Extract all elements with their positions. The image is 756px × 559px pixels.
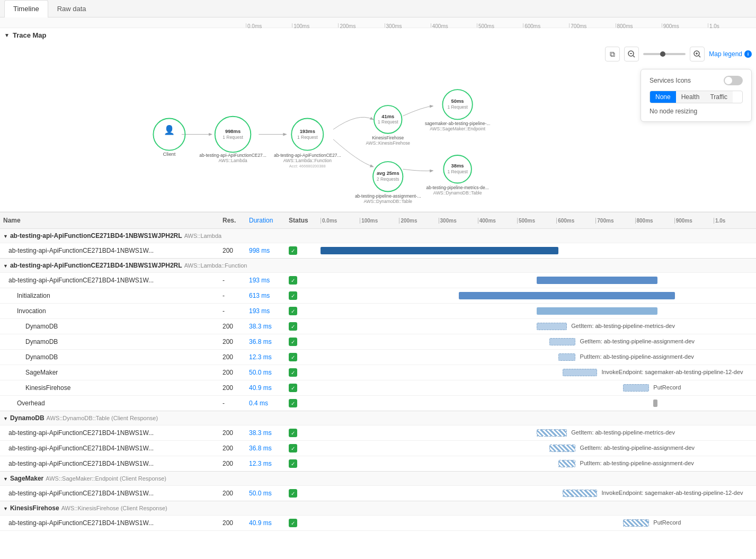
- trace-table: Name Res. Duration Status 0.0ms 100ms 20…: [0, 212, 756, 531]
- svg-text:AWS::SageMaker::Endpoint: AWS::SageMaker::Endpoint: [430, 126, 485, 131]
- col-header-res: Res.: [219, 212, 246, 229]
- no-resize-label: No node resizing: [650, 108, 743, 115]
- tabs-bar: Timeline Raw data: [0, 0, 756, 17]
- copy-icon[interactable]: ⧉: [605, 47, 620, 61]
- tab-rawdata[interactable]: Raw data: [48, 0, 95, 17]
- table-row: ab-testing-api-ApiFunctionCE271BD4-1NBWS…: [0, 243, 756, 259]
- col-header-status: Status: [286, 212, 317, 229]
- timeline-bar-container: [321, 246, 753, 255]
- svg-text:998ms: 998ms: [225, 129, 241, 134]
- section-row-sagemaker[interactable]: ▼SageMakerAWS::SageMaker::Endpoint (Clie…: [0, 472, 756, 486]
- bar-label: PutRecord: [653, 384, 681, 391]
- svg-line-2: [633, 56, 635, 57]
- zoom-slider[interactable]: [643, 53, 686, 55]
- table-row: ab-testing-api-ApiFunctionCE271BD4-1NBWS…: [0, 456, 756, 472]
- timeline-bar: [549, 338, 575, 345]
- timeline-bar: [537, 323, 567, 330]
- services-icons-label: Services Icons: [650, 77, 691, 84]
- map-legend-link[interactable]: Map legend i: [709, 50, 752, 58]
- bar-label: GetItem: ab-testing-pipeline-assignment-…: [580, 338, 695, 344]
- col-header-timeline: 0.0ms 100ms 200ms 300ms 400ms 500ms 600m…: [317, 212, 756, 229]
- svg-text:ab-testing-pipeline-metrics-de: ab-testing-pipeline-metrics-de...: [426, 185, 489, 190]
- timeline-bar: [459, 292, 675, 299]
- table-body: ▼ab-testing-api-ApiFunctionCE271BD4-1NBW…: [0, 229, 756, 531]
- svg-line-6: [699, 56, 700, 57]
- svg-text:41ms: 41ms: [381, 114, 394, 119]
- trace-toolbar: ⧉ Map legend i: [605, 47, 752, 61]
- trace-map-title: Trace Map: [13, 31, 47, 39]
- timeline-bar: [653, 400, 657, 407]
- node-resize-buttons: None Health Traffic: [650, 91, 743, 103]
- info-icon: i: [744, 50, 752, 58]
- table-header-row: Name Res. Duration Status 0.0ms 100ms 20…: [0, 212, 756, 229]
- trace-map-header[interactable]: ▼ Trace Map: [0, 28, 756, 42]
- svg-text:KinesisFirehose: KinesisFirehose: [372, 135, 404, 140]
- bar-label: GetItem: ab-testing-pipeline-metrics-dev: [571, 323, 675, 329]
- col-header-name: Name: [0, 212, 219, 229]
- svg-text:50ms: 50ms: [451, 99, 464, 104]
- table-row: ab-testing-api-ApiFunctionCE271BD4-1NBWS…: [0, 425, 756, 441]
- section-row-lambda2[interactable]: ▼ab-testing-api-ApiFunctionCE271BD4-1NBW…: [0, 259, 756, 273]
- svg-text:sagemaker-ab-testing-pipeline-: sagemaker-ab-testing-pipeline-...: [425, 121, 490, 126]
- timeline-bar: [558, 460, 576, 467]
- svg-text:ab-testing-api-ApiFunctionCE27: ab-testing-api-ApiFunctionCE27...: [274, 153, 341, 158]
- svg-text:38ms: 38ms: [451, 163, 464, 168]
- btn-none[interactable]: None: [650, 91, 676, 103]
- svg-text:👤: 👤: [164, 125, 175, 136]
- timeline-bar: [563, 490, 597, 497]
- table-row: Invocation - 193 ms ✓: [0, 304, 756, 319]
- zoom-slider-thumb[interactable]: [660, 51, 665, 57]
- svg-text:AWS::Lambda: AWS::Lambda: [218, 158, 247, 163]
- svg-text:193ms: 193ms: [300, 129, 315, 134]
- svg-text:AWS::DynamoDB::Table: AWS::DynamoDB::Table: [433, 190, 482, 196]
- table-row: ab-testing-api-ApiFunctionCE271BD4-1NBWS…: [0, 486, 756, 501]
- tab-timeline[interactable]: Timeline: [4, 0, 48, 17]
- svg-text:AWS::DynamoDB::Table: AWS::DynamoDB::Table: [363, 199, 412, 204]
- svg-text:Acct: 466680200388: Acct: 466680200388: [289, 164, 326, 168]
- status-check: ✓: [289, 246, 297, 255]
- timeline-bar: [537, 307, 657, 315]
- svg-text:1 Request: 1 Request: [297, 135, 318, 140]
- table-row: SageMaker 200 50.0 ms ✓ InvokeEndpoint: …: [0, 365, 756, 380]
- table-row: Initialization - 613 ms ✓: [0, 288, 756, 304]
- trace-map-chevron: ▼: [4, 32, 10, 38]
- ruler-ticks: 0.0ms 100ms 200ms 300ms 400ms 500ms 600m…: [246, 17, 754, 28]
- bar-label: GetItem: ab-testing-pipeline-metrics-dev: [571, 429, 675, 436]
- svg-text:ab-testing-pipeline-assignment: ab-testing-pipeline-assignment-...: [355, 193, 421, 199]
- btn-traffic[interactable]: Traffic: [705, 91, 733, 103]
- overlay-panel: Services Icons None Health Traffic No no…: [641, 69, 752, 122]
- trace-map-area: ⧉ Map legend i: [0, 42, 756, 212]
- section-row-dynamodb[interactable]: ▼DynamoDBAWS::DynamoDB::Table (Client Re…: [0, 411, 756, 425]
- services-icons-row: Services Icons: [650, 76, 743, 85]
- svg-text:1 Request: 1 Request: [223, 135, 243, 140]
- svg-text:2 Requests: 2 Requests: [377, 176, 399, 182]
- bar-label: InvokeEndpoint: sagemaker-ab-testing-pip…: [601, 490, 743, 496]
- svg-text:AWS::KinesisFirehose: AWS::KinesisFirehose: [366, 140, 410, 146]
- svg-text:1 Request: 1 Request: [447, 104, 468, 110]
- bar-label: GetItem: ab-testing-pipeline-assignment-…: [580, 445, 695, 451]
- col-header-duration: Duration: [246, 212, 286, 229]
- svg-text:Client: Client: [163, 152, 175, 157]
- section-row-lambda1[interactable]: ▼ab-testing-api-ApiFunctionCE271BD4-1NBW…: [0, 229, 756, 243]
- table-row: KinesisFirehose 200 40.9 ms ✓ PutRecord: [0, 380, 756, 396]
- table-row: ab-testing-api-ApiFunctionCE271BD4-1NBWS…: [0, 441, 756, 456]
- btn-health[interactable]: Health: [676, 91, 705, 103]
- bar-label: PutItem: ab-testing-pipeline-assignment-…: [580, 353, 694, 360]
- timeline-bar: [549, 445, 575, 452]
- trace-map-svg: 👤 Client 998ms 1 Request ab-testing-api-…: [0, 42, 756, 211]
- zoom-out-icon[interactable]: [624, 47, 639, 61]
- map-legend-label: Map legend: [709, 50, 742, 58]
- svg-text:AWS::Lambda::Function: AWS::Lambda::Function: [283, 158, 332, 163]
- bar-label: PutRecord: [653, 519, 681, 526]
- services-icons-toggle[interactable]: [724, 76, 743, 85]
- timeline-bar: [558, 353, 576, 361]
- table-row: ab-testing-api-ApiFunctionCE271BD4-1NBWS…: [0, 516, 756, 531]
- table-section: Name Res. Duration Status 0.0ms 100ms 20…: [0, 212, 756, 531]
- zoom-in-icon[interactable]: [690, 47, 705, 61]
- table-row: Overhead - 0.4 ms ✓: [0, 396, 756, 411]
- timeline-ruler: 0.0ms 100ms 200ms 300ms 400ms 500ms 600m…: [0, 17, 756, 28]
- row-name: ab-testing-api-ApiFunctionCE271BD4-1NBWS…: [0, 243, 219, 259]
- section-row-kinesis[interactable]: ▼KinesisFirehoseAWS::KinesisFirehose (Cl…: [0, 501, 756, 516]
- bar-label: InvokeEndpoint: sagemaker-ab-testing-pip…: [601, 369, 743, 375]
- table-row: ab-testing-api-ApiFunctionCE271BD4-1NBWS…: [0, 273, 756, 288]
